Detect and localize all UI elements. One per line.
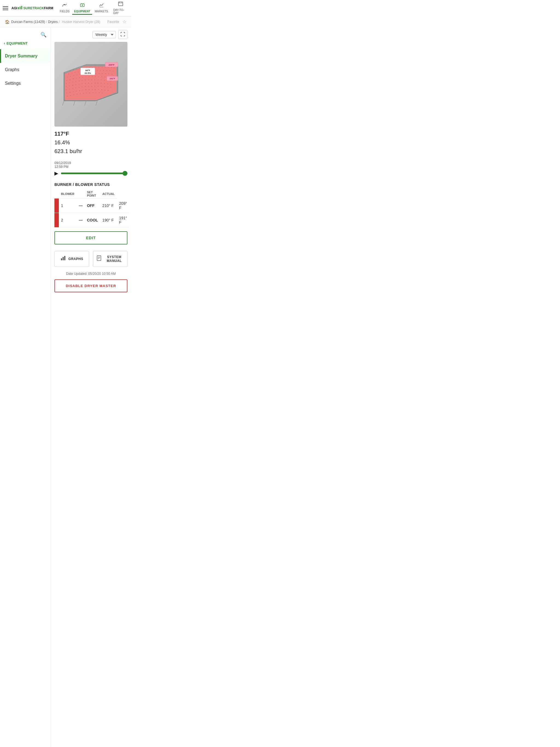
date-updated: Date Updated: 05/20/20 10:50 AM	[51, 269, 131, 278]
bottom-moisture: 16.4%	[54, 138, 127, 147]
svg-point-44	[67, 77, 68, 77]
timeline-datetime: 09/12/2019 12:59 PM	[54, 161, 127, 169]
svg-point-66	[88, 76, 90, 77]
svg-point-140	[89, 93, 90, 93]
svg-point-25	[105, 67, 105, 68]
svg-point-24	[101, 67, 102, 68]
favorite-button[interactable]: Favorite ☆	[106, 19, 127, 24]
graphs-icon	[60, 255, 66, 262]
svg-point-123	[79, 90, 80, 91]
nav-markets[interactable]: MARKETS	[93, 1, 110, 15]
sidebar-item-dryer-summary[interactable]: Dryer Summary	[0, 49, 50, 63]
svg-point-54	[99, 73, 100, 74]
svg-point-93	[78, 84, 79, 84]
svg-point-131	[104, 90, 105, 91]
svg-point-61	[73, 78, 74, 79]
markets-icon	[99, 2, 104, 9]
main-layout: 🔍 ‹ EQUIPMENT Dryer Summary Graphs Setti…	[0, 27, 131, 747]
svg-point-103	[110, 84, 111, 84]
home-icon: 🏠	[5, 20, 9, 24]
svg-point-85	[101, 80, 101, 80]
back-arrow-icon: ‹	[4, 41, 5, 45]
table-row: 2 — COOL 190° F 191° F	[54, 213, 129, 227]
svg-point-3	[64, 4, 65, 5]
back-to-equipment[interactable]: ‹ EQUIPMENT	[0, 41, 50, 49]
svg-point-28	[113, 67, 114, 68]
svg-point-111	[88, 86, 89, 87]
disable-dryer-master-button[interactable]: DISABLE DRYER MASTER	[54, 279, 127, 292]
bottom-temp: 117°F	[54, 129, 127, 138]
burner-title: BURNER / BLOWER STATUS	[54, 182, 127, 187]
svg-point-17	[79, 68, 80, 69]
svg-point-128	[95, 89, 96, 90]
svg-point-48	[80, 74, 80, 75]
svg-point-80	[85, 80, 85, 80]
svg-point-53	[96, 73, 96, 74]
svg-point-15	[73, 70, 74, 70]
svg-point-115	[101, 86, 101, 87]
svg-point-142	[96, 93, 96, 93]
svg-point-135	[73, 94, 74, 95]
play-button[interactable]: ▶	[54, 170, 58, 176]
svg-point-98	[94, 83, 95, 83]
blower-status-2: COOL	[85, 213, 100, 227]
svg-point-79	[82, 80, 82, 81]
svg-point-69	[98, 76, 99, 77]
svg-point-116	[104, 86, 105, 87]
graphs-button[interactable]: GRAPHS	[54, 251, 89, 267]
logo-icon	[18, 6, 23, 10]
time-period-select[interactable]: Weekly Hourly Daily Monthly	[93, 31, 116, 38]
svg-point-90	[69, 85, 70, 86]
timeline-bar[interactable]	[61, 173, 127, 174]
breadcrumb-dryers[interactable]: Dryers	[48, 20, 58, 24]
breadcrumb-farm[interactable]: Duncan Farms (11429)	[11, 20, 45, 24]
nav-fields[interactable]: FIELDS	[58, 1, 72, 15]
hamburger-menu[interactable]	[3, 6, 8, 10]
search-icon[interactable]: 🔍	[41, 32, 47, 38]
svg-point-41	[106, 70, 107, 71]
timeline-controls: ▶	[54, 170, 127, 176]
svg-line-152	[74, 101, 75, 106]
svg-rect-1	[20, 6, 21, 9]
svg-line-153	[84, 101, 86, 106]
edit-button[interactable]: EDIT	[54, 231, 127, 244]
svg-rect-165	[97, 256, 101, 261]
equipment-icon	[80, 2, 85, 9]
sidebar-search-area: 🔍	[0, 32, 50, 41]
nav-day-to-day[interactable]: DAY-TO-DAY	[110, 0, 130, 17]
system-manual-button[interactable]: SYSTEM MANUAL	[93, 251, 128, 267]
svg-text:191°F: 191°F	[110, 77, 116, 80]
table-row: 1 — OFF 210° F 209° F	[54, 199, 129, 213]
sidebar-item-graphs[interactable]: Graphs	[0, 63, 50, 77]
bottom-stats: 117°F 16.4% 623.1 bu/hr	[51, 129, 131, 158]
nav-traceability[interactable]: TRACEABILITY	[131, 1, 131, 15]
col-header-actual: ACTUAL	[100, 189, 117, 199]
sidebar-item-settings[interactable]: Settings	[0, 77, 50, 90]
set-point-2: 190° F	[100, 213, 117, 227]
svg-point-45	[70, 76, 71, 77]
svg-point-121	[73, 91, 74, 92]
dryer-visualization: 84°F 22.5% 209°F 191°F	[54, 42, 127, 127]
svg-point-64	[82, 77, 83, 78]
svg-point-67	[92, 76, 93, 77]
svg-point-75	[69, 82, 70, 83]
blower-dash-1: —	[77, 199, 85, 213]
blower-status-1: OFF	[85, 199, 100, 213]
svg-point-119	[67, 93, 67, 93]
burner-table: BLOWER SET POINT ACTUAL 1 — OFF 210° F 2…	[54, 189, 129, 228]
svg-point-46	[73, 75, 74, 76]
svg-point-62	[76, 78, 77, 78]
nav-equipment[interactable]: EQUIPMENT	[72, 1, 92, 15]
svg-point-59	[67, 80, 67, 81]
actual-1: 209° F	[117, 199, 129, 213]
svg-point-81	[88, 80, 89, 80]
sidebar: 🔍 ‹ EQUIPMENT Dryer Summary Graphs Setti…	[0, 27, 51, 747]
app-logo: AGI SURETRACK FARM	[11, 6, 53, 10]
svg-point-56	[105, 73, 106, 74]
svg-point-58	[111, 74, 112, 75]
row-indicator-1	[54, 199, 59, 213]
col-header-empty	[77, 189, 85, 199]
fields-icon	[62, 2, 67, 9]
fullscreen-button[interactable]	[118, 30, 127, 39]
svg-point-105	[69, 88, 70, 89]
